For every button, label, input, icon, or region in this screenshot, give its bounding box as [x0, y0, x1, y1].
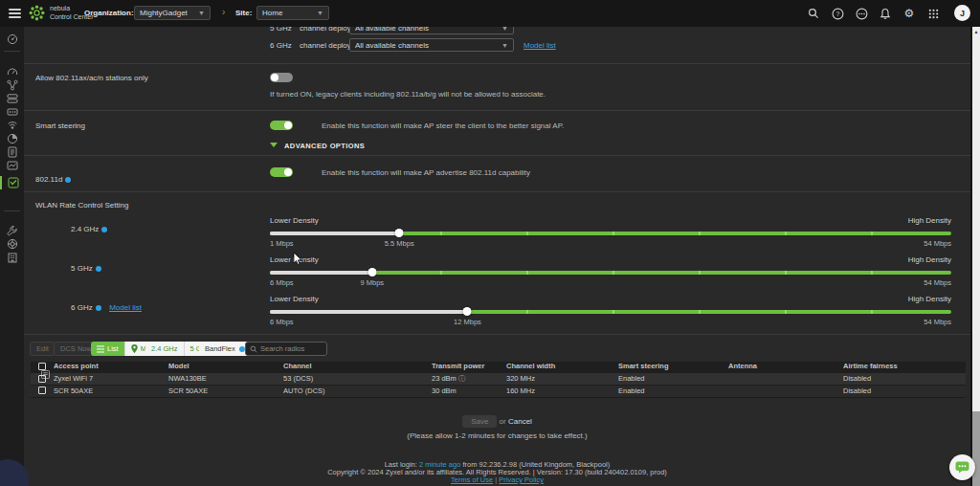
slider-handle[interactable] [368, 268, 376, 276]
sidebar-item-maintenance[interactable] [0, 224, 24, 237]
organization-select[interactable]: MightyGadget ▼ [134, 6, 211, 20]
sidebar-item-dashboard[interactable] [0, 65, 24, 78]
cancel-link[interactable]: Cancel [508, 417, 532, 426]
vertical-scrollbar[interactable]: ▲ [972, 27, 980, 486]
channel-deployment-6ghz-select[interactable]: All available channels ▼ [349, 38, 514, 52]
cell-airtime-fairness: Disabled [843, 387, 966, 395]
separator: | [495, 475, 497, 484]
row-checkbox[interactable] [38, 387, 46, 394]
user-avatar[interactable]: J [954, 5, 970, 21]
sidebar-item-reports[interactable] [0, 145, 24, 159]
or-text: or [500, 417, 506, 426]
search-icon[interactable] [807, 7, 820, 20]
col-transmit-power[interactable]: Transmit power [432, 362, 506, 370]
bandflex-button[interactable]: BandFlex [199, 342, 251, 356]
settings-gear-icon[interactable]: ⚙ [902, 7, 916, 20]
rate-slider-6ghz: Lower Density High Density 6 Mbps 12 Mbp… [270, 295, 951, 333]
col-smart-steering[interactable]: Smart steering [618, 362, 728, 370]
top-bar: nebula Control Center Organization: Migh… [0, 0, 980, 27]
channel-deployment-5ghz-value: All available channels [355, 27, 429, 33]
col-channel[interactable]: Channel [283, 362, 432, 370]
allow-legacy-toggle[interactable] [270, 73, 293, 82]
cell-access-point[interactable]: SCR 50AXE [54, 387, 168, 395]
edit-button[interactable]: Edit [30, 342, 56, 356]
help-icon[interactable]: ? [831, 7, 844, 20]
col-access-point[interactable]: Access point [54, 362, 168, 370]
apps-grid-icon[interactable] [926, 7, 940, 20]
col-channel-width[interactable]: Channel width [506, 362, 618, 370]
cell-access-point[interactable]: Zyxel WiFi 7 [54, 374, 168, 383]
high-density-label: High Density [908, 295, 951, 303]
info-icon[interactable] [239, 346, 245, 352]
cell-channel-width: 160 MHz [506, 387, 618, 395]
sidebar-item-switch[interactable] [0, 105, 24, 119]
col-antenna[interactable]: Antenna [728, 362, 843, 370]
table-header-row: Access point Model Channel Transmit powe… [31, 362, 966, 373]
band-label: 6 GHz [71, 303, 93, 312]
scrollbar-up-arrow[interactable]: ▲ [972, 27, 980, 36]
sidebar-item-site-health[interactable] [0, 33, 24, 46]
model-list-link[interactable]: Model list [523, 41, 556, 50]
slider-band-24ghz: 2.4 GHz [71, 218, 107, 235]
advanced-options-toggle[interactable]: ADVANCED OPTIONS [270, 135, 365, 152]
notifications-bell-icon[interactable] [879, 7, 892, 20]
chevron-down-icon: ▼ [501, 27, 508, 32]
select-all-checkbox[interactable] [38, 363, 46, 370]
sidebar-item-devices[interactable] [0, 92, 24, 105]
band-label: 5 GHz [71, 264, 93, 273]
band-6ghz-label: 6 GHz [270, 41, 292, 50]
slider-handle[interactable] [463, 307, 472, 316]
terms-of-use-link[interactable]: Terms of Use [451, 475, 493, 484]
band-24ghz-filter-button[interactable]: 2.4 GHz [145, 342, 184, 356]
slider-min-label: 6 Mbps [270, 278, 294, 287]
sidebar-item-usage[interactable] [0, 132, 24, 145]
transmit-power-info-icon[interactable]: ⓘ [458, 374, 466, 383]
channel-deployment-5ghz-select[interactable]: All available channels ▼ [349, 27, 514, 34]
smart-steering-toggle[interactable] [270, 121, 293, 130]
live-chat-button[interactable] [949, 454, 975, 480]
table-row[interactable]: Zyxel WiFi 7 NWA130BE 53 (DCS) 23 dBm ⓘ … [31, 373, 966, 386]
info-icon[interactable] [65, 177, 71, 183]
sidebar-item-access-points[interactable] [0, 119, 24, 132]
row-checkbox[interactable] [38, 375, 46, 383]
main-content: 5 GHz channel deployment: All available … [24, 27, 970, 486]
table-row[interactable]: SCR 50AXE SCR 50AXE AUTO (DCS) 30 dBm 16… [31, 386, 966, 398]
model-list-link[interactable]: Model list [109, 303, 142, 312]
save-button[interactable]: Save [462, 415, 497, 428]
search-radios-input[interactable] [260, 344, 322, 353]
triangle-down-icon [270, 143, 278, 147]
channel-deployment-6ghz-value: All available channels [355, 41, 429, 50]
slider-track-lower[interactable] [270, 232, 399, 235]
list-view-button[interactable]: List [91, 342, 124, 356]
section-divider [24, 155, 970, 156]
sidebar-item-topology[interactable] [0, 78, 24, 92]
slider-max-label: 54 Mbps [924, 278, 951, 287]
sidebar-item-monitor[interactable] [0, 159, 24, 172]
slider-track-lower[interactable] [270, 271, 372, 275]
dot11d-helper: Enable this function will make AP advert… [322, 168, 530, 177]
col-airtime-fairness[interactable]: Airtime fairness [843, 362, 966, 370]
col-model[interactable]: Model [168, 362, 283, 370]
dot11d-toggle[interactable] [270, 167, 293, 177]
privacy-policy-link[interactable]: Privacy Policy [499, 475, 544, 484]
menu-icon[interactable] [9, 9, 21, 18]
sidebar-item-organization[interactable] [0, 251, 24, 264]
band-5ghz-label: 5 GHz [270, 27, 292, 33]
slider-track-lower[interactable] [270, 310, 467, 314]
organization-value: MightyGadget [140, 9, 188, 17]
info-icon[interactable] [101, 227, 107, 232]
sidebar-item-configure-active[interactable] [0, 176, 24, 189]
dot11d-row: 802.11d [35, 168, 71, 186]
info-icon[interactable] [96, 266, 101, 272]
scrollbar-thumb[interactable] [972, 36, 980, 411]
sidebar-item-support[interactable] [0, 237, 24, 251]
info-icon[interactable] [96, 305, 101, 311]
slider-handle[interactable] [395, 229, 404, 237]
section-divider [24, 63, 970, 64]
sidebar-divider [4, 51, 20, 52]
sidebar-divider [4, 210, 20, 211]
site-select[interactable]: Home ▼ [256, 6, 329, 20]
feedback-icon[interactable] [855, 7, 868, 20]
slider-current-label: 12 Mbps [454, 318, 481, 326]
chevron-down-icon: ▼ [317, 10, 323, 16]
